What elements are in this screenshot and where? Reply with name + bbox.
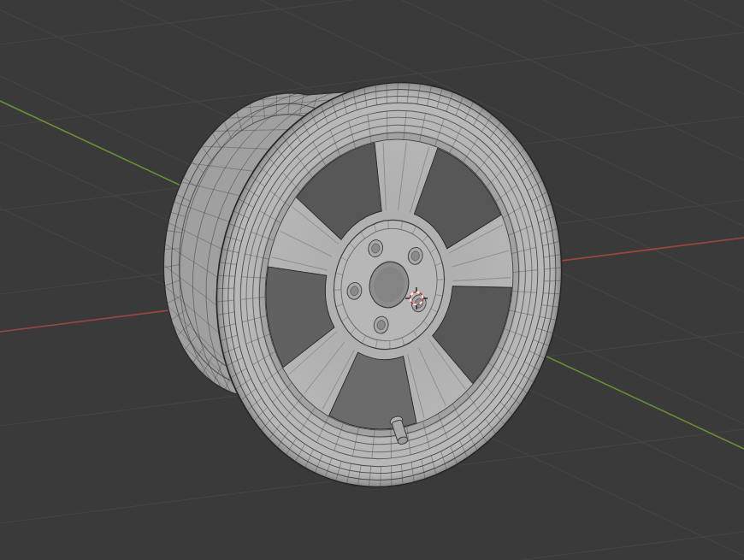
viewport-canvas[interactable]: [0, 0, 744, 560]
viewport-3d[interactable]: [0, 0, 744, 560]
